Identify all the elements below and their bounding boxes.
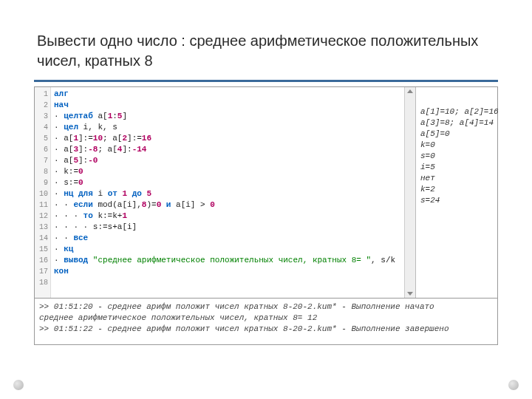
line-number: 5 (44, 134, 48, 143)
code-token: , s/k (371, 256, 395, 265)
code-token: · (54, 245, 64, 253)
code-token: 5 (146, 189, 151, 198)
code-token: нач (54, 100, 69, 109)
editor-pane: 1 2 3 4 5 6 7 8 9 10 11 12 13 14 15 16 1… (35, 87, 416, 298)
line-number: 4 (44, 123, 48, 132)
code-token: 0 (210, 200, 215, 209)
line-number: 7 (44, 157, 48, 165)
code-token: кц (64, 245, 73, 253)
code-token: алг (54, 89, 69, 98)
var-line: s=24 (420, 196, 440, 205)
slide-title: Вывести одно число : среднее арифметичес… (37, 31, 495, 71)
code-token (127, 189, 132, 198)
code-token: ]: (122, 145, 132, 154)
code-token: · · · · s:=s+a[i] (54, 222, 137, 231)
var-line: s=0 (420, 151, 435, 160)
line-number: 10 (39, 190, 48, 198)
code-token: вывод (64, 256, 88, 265)
line-gutter: 1 2 3 4 5 6 7 8 9 10 11 12 13 14 15 16 1… (35, 87, 51, 298)
code-token: цел (64, 123, 78, 132)
code-token: то (83, 211, 93, 220)
code-token: · a[ (54, 134, 73, 143)
code-token: )= (146, 200, 156, 209)
code-token: a[ (93, 112, 108, 120)
code-token: · · (54, 200, 73, 209)
var-line: k=0 (420, 140, 435, 149)
ide-window: 1 2 3 4 5 6 7 8 9 10 11 12 13 14 15 16 1… (34, 86, 498, 345)
code-token: нц для (64, 189, 93, 198)
var-line: a[5]=0 (420, 129, 450, 138)
line-number: 2 (44, 101, 48, 109)
var-line: i=5 (420, 163, 435, 171)
code-token (88, 256, 93, 265)
var-line: нет (420, 174, 435, 183)
code-token: ]: (78, 145, 88, 154)
code-token: целтаб (64, 112, 93, 120)
line-number: 17 (39, 267, 48, 276)
title-block: Вывести одно число : среднее арифметичес… (34, 25, 498, 82)
code-token: ]:= (78, 134, 93, 143)
code-token: k:=k+ (93, 211, 123, 220)
code-token: от (108, 189, 117, 198)
ide-top-panes: 1 2 3 4 5 6 7 8 9 10 11 12 13 14 15 16 1… (35, 87, 497, 299)
code-token: · (54, 189, 64, 198)
slide: Вывести одно число : среднее арифметичес… (0, 0, 532, 399)
code-token: mod(a[i], (93, 200, 142, 209)
code-token: ; a[ (98, 145, 117, 154)
line-number: 15 (39, 245, 48, 253)
code-token: · a[ (54, 156, 73, 165)
decor-dot-icon (508, 380, 519, 390)
output-console: >> 01:51:20 - среднее арифм положит чисе… (35, 299, 497, 344)
code-token: · (54, 112, 64, 120)
line-number: 6 (44, 146, 48, 154)
code-token: 0 (78, 178, 83, 187)
code-area[interactable]: алг нач · целтаб a[1:5] · цел i, k, s · … (51, 87, 404, 298)
variables-pane: a[1]=10; a[2]=16 a[3]=8; a[4]=14 a[5]=0 … (416, 87, 497, 298)
code-token: -8 (88, 145, 98, 154)
code-token: · (54, 123, 64, 132)
code-token: · k:= (54, 167, 78, 176)
line-number: 1 (44, 90, 48, 98)
code-token: 10 (93, 134, 103, 143)
code-token: -14 (132, 145, 147, 154)
vertical-scrollbar[interactable] (404, 87, 415, 298)
code-token: 16 (142, 134, 151, 143)
code-token: · · · (54, 211, 83, 220)
code-token: ] (122, 112, 127, 120)
code-token (161, 200, 166, 209)
line-number: 14 (39, 234, 48, 242)
line-number: 12 (39, 212, 48, 220)
code-token: · a[ (54, 145, 73, 154)
console-line: >> 01:51:20 - среднее арифм положит чисе… (39, 302, 434, 311)
code-token: кон (54, 267, 69, 276)
code-token: · (54, 256, 64, 265)
code-token: i, k, s (78, 123, 117, 132)
code-token: · s:= (54, 178, 78, 187)
code-token: : (112, 112, 117, 120)
code-token: "среднее арифметическое положительных чи… (93, 256, 371, 265)
code-token: -0 (88, 156, 98, 165)
code-token: a[i] > (171, 200, 210, 209)
code-token: если (73, 200, 92, 209)
line-number: 11 (39, 201, 48, 209)
line-number: 8 (44, 168, 48, 176)
code-token: · · (54, 233, 73, 242)
code-token: все (73, 233, 88, 242)
console-line: среднее арифметическое положительных чис… (39, 313, 317, 322)
code-token: ]:= (127, 134, 142, 143)
var-line: a[3]=8; a[4]=14 (420, 118, 494, 127)
code-token: до (132, 189, 142, 198)
line-number: 16 (39, 256, 48, 265)
line-number: 18 (39, 279, 48, 287)
code-token: 1 (122, 211, 127, 220)
code-token: ]: (78, 156, 88, 165)
line-number: 9 (44, 179, 48, 187)
line-number: 13 (39, 223, 48, 231)
var-line: k=2 (420, 185, 435, 194)
code-token: 0 (78, 167, 83, 176)
console-line: >> 01:51:22 - среднее арифм положит чисе… (39, 324, 449, 333)
var-line: a[1]=10; a[2]=16 (420, 107, 499, 116)
decor-dot-icon (13, 380, 24, 390)
code-token: i (93, 189, 108, 198)
line-number: 3 (44, 112, 48, 120)
